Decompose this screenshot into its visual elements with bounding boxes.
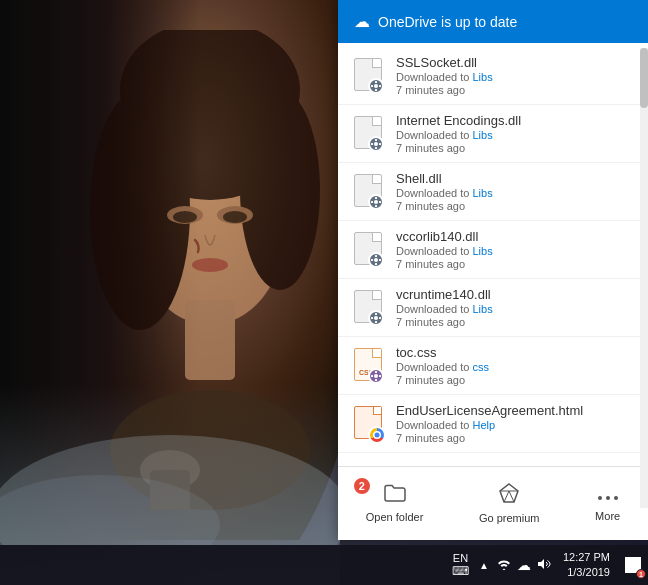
- onedrive-panel: ☁ OneDrive is up to date: [338, 0, 648, 540]
- onedrive-header: ☁ OneDrive is up to date: [338, 0, 648, 43]
- svg-rect-20: [379, 85, 381, 87]
- svg-point-9: [223, 211, 247, 223]
- list-item: Shell.dll Downloaded to Libs 7 minutes a…: [338, 163, 640, 221]
- file-name: vccorlib140.dll: [396, 229, 628, 244]
- folder-badge: 2: [352, 476, 372, 496]
- file-location-link[interactable]: css: [472, 361, 489, 373]
- svg-rect-23: [375, 147, 377, 149]
- tray-chevron-button[interactable]: ▲: [475, 560, 493, 571]
- volume-icon[interactable]: [537, 557, 551, 574]
- svg-rect-38: [375, 321, 377, 323]
- svg-point-26: [374, 200, 378, 204]
- more-button[interactable]: More: [583, 479, 632, 528]
- file-name: Shell.dll: [396, 171, 628, 186]
- svg-marker-46: [500, 484, 518, 502]
- file-status: Downloaded to Libs: [396, 245, 628, 257]
- list-item: EndUserLicenseAgreement.html Downloaded …: [338, 395, 640, 453]
- taskbar-right: EN ⌨ ▲ ☁ 1: [446, 545, 648, 585]
- go-premium-button[interactable]: Go premium: [467, 477, 552, 530]
- notification-area[interactable]: 1: [618, 545, 648, 585]
- file-icon-dll: [350, 290, 386, 326]
- file-status: Downloaded to Libs: [396, 129, 628, 141]
- file-location-link[interactable]: Libs: [472, 71, 492, 83]
- network-icon[interactable]: [497, 557, 511, 574]
- svg-point-31: [374, 258, 378, 262]
- svg-rect-40: [379, 317, 381, 319]
- svg-rect-25: [379, 143, 381, 145]
- tray-icons: ☁: [493, 557, 555, 574]
- scrollbar-track[interactable]: [640, 48, 648, 508]
- file-info: Shell.dll Downloaded to Libs 7 minutes a…: [396, 171, 628, 212]
- svg-point-51: [598, 496, 602, 500]
- svg-rect-28: [375, 205, 377, 207]
- folder-icon: [384, 484, 406, 507]
- file-icon-dll: [350, 116, 386, 152]
- file-name: toc.css: [396, 345, 628, 360]
- file-icon-dll: [350, 232, 386, 268]
- onedrive-footer: 2 Open folder Go premium: [338, 466, 648, 540]
- taskbar-language[interactable]: EN ⌨: [446, 552, 475, 578]
- svg-rect-19: [371, 85, 373, 87]
- svg-marker-54: [538, 559, 544, 569]
- svg-rect-24: [371, 143, 373, 145]
- file-info: vcruntime140.dll Downloaded to Libs 7 mi…: [396, 287, 628, 328]
- svg-rect-32: [375, 255, 377, 257]
- svg-rect-37: [375, 313, 377, 315]
- svg-line-48: [504, 491, 509, 502]
- taskbar: EN ⌨ ▲ ☁ 1: [0, 545, 648, 585]
- svg-rect-33: [375, 263, 377, 265]
- file-status: Downloaded to Libs: [396, 303, 628, 315]
- file-icon-css: CSS: [350, 348, 386, 384]
- file-info: toc.css Downloaded to css 7 minutes ago: [396, 345, 628, 386]
- file-location-link[interactable]: Help: [472, 419, 495, 431]
- svg-rect-30: [379, 201, 381, 203]
- file-name: Internet Encodings.dll: [396, 113, 628, 128]
- svg-point-52: [606, 496, 610, 500]
- file-time: 7 minutes ago: [396, 258, 628, 270]
- open-folder-button[interactable]: 2 Open folder: [354, 478, 435, 529]
- svg-rect-44: [371, 375, 373, 377]
- svg-point-21: [374, 142, 378, 146]
- scrollbar-thumb[interactable]: [640, 48, 648, 108]
- svg-rect-18: [375, 89, 377, 91]
- diamond-icon: [499, 483, 519, 508]
- file-location-link[interactable]: Libs: [472, 129, 492, 141]
- file-info: vccorlib140.dll Downloaded to Libs 7 min…: [396, 229, 628, 270]
- file-time: 7 minutes ago: [396, 142, 628, 154]
- taskbar-clock[interactable]: 12:27 PM 1/3/2019: [555, 550, 618, 581]
- file-status: Downloaded to css: [396, 361, 628, 373]
- file-time: 7 minutes ago: [396, 84, 628, 96]
- svg-point-10: [192, 258, 228, 272]
- onedrive-tray-icon[interactable]: ☁: [517, 557, 531, 573]
- file-location-link[interactable]: Libs: [472, 187, 492, 199]
- file-time: 7 minutes ago: [396, 374, 628, 386]
- more-label: More: [595, 510, 620, 522]
- more-dots-icon: [598, 485, 618, 506]
- file-icon-html: [350, 406, 386, 442]
- list-item: vccorlib140.dll Downloaded to Libs 7 min…: [338, 221, 640, 279]
- svg-rect-34: [371, 259, 373, 261]
- mist-svg: [0, 365, 340, 545]
- file-status: Downloaded to Help: [396, 419, 628, 431]
- open-folder-label: Open folder: [366, 511, 423, 523]
- svg-rect-22: [375, 139, 377, 141]
- file-status: Downloaded to Libs: [396, 71, 628, 83]
- svg-point-53: [614, 496, 618, 500]
- cloud-icon: ☁: [354, 12, 370, 31]
- svg-rect-42: [375, 371, 377, 373]
- file-time: 7 minutes ago: [396, 200, 628, 212]
- list-item: SSLSocket.dll Downloaded to Libs 7 minut…: [338, 47, 640, 105]
- list-item: Internet Encodings.dll Downloaded to Lib…: [338, 105, 640, 163]
- svg-point-5: [130, 80, 290, 200]
- file-info: SSLSocket.dll Downloaded to Libs 7 minut…: [396, 55, 628, 96]
- file-location-link[interactable]: Libs: [472, 303, 492, 315]
- file-name: EndUserLicenseAgreement.html: [396, 403, 628, 418]
- list-item: vcruntime140.dll Downloaded to Libs 7 mi…: [338, 279, 640, 337]
- clock-time: 12:27 PM: [563, 550, 610, 565]
- file-time: 7 minutes ago: [396, 316, 628, 328]
- clock-date: 1/3/2019: [563, 565, 610, 580]
- keyboard-icon: ⌨: [452, 564, 469, 578]
- notification-badge: 1: [636, 569, 646, 579]
- list-item: CSS toc.css Down: [338, 337, 640, 395]
- file-location-link[interactable]: Libs: [472, 245, 492, 257]
